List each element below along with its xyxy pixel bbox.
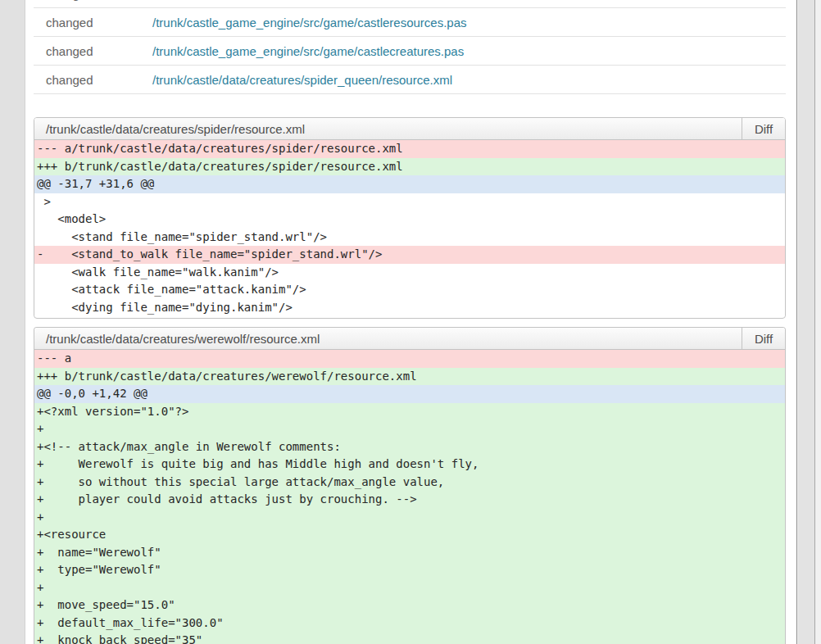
- diff-panel-header: /trunk/castle/data/creatures/werewolf/re…: [34, 328, 785, 350]
- file-status-label: changed: [34, 16, 152, 29]
- diff-line: +: [34, 509, 785, 527]
- diff-line: +<?xml version="1.0"?>: [34, 403, 785, 421]
- diff-file-path-label: /trunk/castle/data/creatures/werewolf/re…: [34, 328, 742, 349]
- diff-button[interactable]: Diff: [742, 118, 785, 139]
- file-path-link[interactable]: /trunk/castle_game_engine/src/game/castl…: [152, 44, 464, 58]
- diff-line: +++ b/trunk/castle/data/creatures/spider…: [34, 158, 785, 176]
- diff-line: <attack file_name="attack.kanim"/>: [34, 281, 785, 299]
- diff-line: + move_speed="15.0": [34, 596, 785, 615]
- diff-button[interactable]: Diff: [742, 328, 785, 349]
- table-row: changed /trunk/castle/data/creatures/wer…: [34, 0, 786, 8]
- diff-line: + type="Werewolf": [34, 561, 785, 579]
- vertical-scrollbar[interactable]: [796, 0, 821, 644]
- diff-line: +<resource: [34, 526, 785, 544]
- file-path-link[interactable]: /trunk/castle/data/creatures/werewolf/re…: [152, 0, 426, 1]
- screen: { "colors": { "link": "#2d7f9d", "remove…: [0, 0, 821, 644]
- diff-line: >: [34, 193, 785, 211]
- file-path-link[interactable]: /trunk/castle/data/creatures/spider_quee…: [152, 73, 452, 87]
- diff-line: --- a: [34, 350, 785, 368]
- diff-body: --- a/trunk/castle/data/creatures/spider…: [34, 140, 785, 318]
- diff-line: + so without this special large attack/m…: [34, 474, 785, 492]
- diff-body: --- a +++ b/trunk/castle/data/creatures/…: [34, 350, 785, 644]
- table-row: changed /trunk/castle_game_engine/src/ga…: [34, 8, 786, 37]
- diff-line: @@ -0,0 +1,42 @@: [34, 385, 785, 403]
- file-status-label: changed: [34, 44, 152, 58]
- diff-line: --- a/trunk/castle/data/creatures/spider…: [34, 140, 785, 158]
- diff-line: + knock_back_speed="35": [34, 632, 785, 644]
- diff-file-path-label: /trunk/castle/data/creatures/spider/reso…: [34, 118, 742, 139]
- diff-line: <dying file_name="dying.kanim"/>: [34, 299, 785, 317]
- table-row: changed /trunk/castle/data/creatures/spi…: [34, 66, 786, 94]
- diff-line: +: [34, 420, 785, 438]
- scrollbar-thumb[interactable]: [798, 0, 815, 644]
- diff-line: + default_max_life="300.0": [34, 615, 785, 633]
- diff-line: + Werewolf is quite big and has Middle h…: [34, 456, 785, 474]
- file-status-label: changed: [34, 73, 152, 87]
- table-row: changed /trunk/castle_game_engine/src/ga…: [34, 37, 786, 66]
- file-path-link[interactable]: /trunk/castle_game_engine/src/game/castl…: [152, 16, 467, 29]
- diff-panel: /trunk/castle/data/creatures/werewolf/re…: [34, 327, 786, 644]
- diff-line: <stand file_name="spider_stand.wrl"/>: [34, 229, 785, 247]
- diff-line: <model>: [34, 211, 785, 229]
- content-area: changed /trunk/castle/data/creatures/wer…: [25, 0, 796, 644]
- diff-line: + name="Werewolf": [34, 544, 785, 562]
- diff-line: <walk file_name="walk.kanim"/>: [34, 264, 785, 282]
- diff-line: +++ b/trunk/castle/data/creatures/werewo…: [34, 368, 785, 386]
- diff-line: +: [34, 579, 785, 597]
- changed-files-table: changed /trunk/castle/data/creatures/wer…: [34, 0, 786, 94]
- diff-line: +<!-- attack/max_angle in Werewolf comme…: [34, 438, 785, 456]
- diff-panel-header: /trunk/castle/data/creatures/spider/reso…: [34, 118, 785, 140]
- file-status-label: changed: [34, 0, 152, 1]
- diff-line: @@ -31,7 +31,6 @@: [34, 175, 785, 193]
- diff-line: + player could avoid attacks just by cro…: [34, 491, 785, 509]
- diff-panel: /trunk/castle/data/creatures/spider/reso…: [34, 117, 786, 319]
- diff-line: - <stand_to_walk file_name="spider_stand…: [34, 246, 785, 264]
